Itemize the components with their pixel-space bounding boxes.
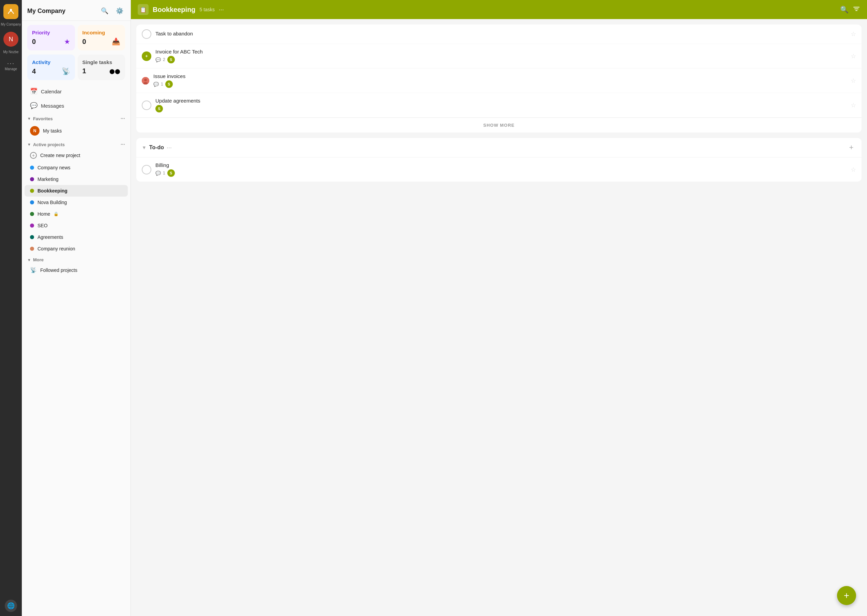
- sidebar-header: My Company 🔍 ⚙️: [22, 0, 131, 21]
- active-projects-options-icon[interactable]: ···: [121, 141, 125, 148]
- sidebar-item-seo[interactable]: SEO: [25, 220, 128, 231]
- favorites-options-icon[interactable]: ···: [121, 115, 125, 122]
- my-nozbe-label: My Nozbe: [3, 50, 19, 54]
- sidebar-item-create-new-project[interactable]: + Create new project: [25, 149, 128, 162]
- priority-card[interactable]: Priority 0 ★: [27, 25, 75, 50]
- topbar-search-button[interactable]: 🔍: [840, 5, 848, 14]
- single-tasks-card[interactable]: Single tasks 1 ⬤⬤: [78, 55, 126, 80]
- topbar-filter-button[interactable]: [853, 5, 860, 14]
- sidebar-scrollable: 📅 Calendar 💬 Messages ▼ Favorites ··· N …: [22, 84, 131, 616]
- task-content-4: Update agreements S: [156, 98, 847, 112]
- task-title-3: Issue invoices: [153, 73, 847, 79]
- task-meta-3: 💬 1 S: [153, 80, 847, 88]
- activity-card[interactable]: Activity 4 📡: [27, 55, 75, 80]
- agreements-dot: [30, 235, 34, 239]
- incoming-card-footer: 0 📥: [82, 38, 121, 46]
- sidebar-item-home[interactable]: Home 🔒: [25, 208, 128, 220]
- incoming-card[interactable]: Incoming 0 📥: [78, 25, 126, 50]
- svg-point-0: [5, 6, 16, 17]
- icon-bar: My Company N My Nozbe ··· Manage 🌐: [0, 0, 22, 616]
- priority-card-label: Priority: [32, 30, 70, 35]
- activity-card-icon: 📡: [62, 67, 70, 75]
- task-star-3[interactable]: ☆: [851, 77, 856, 85]
- sidebar-item-my-tasks[interactable]: N My tasks: [25, 123, 128, 139]
- main-task-content: Task to abandon ☆ + Invoice for ABC Tech…: [131, 19, 867, 616]
- active-projects-label: Active projects: [33, 142, 65, 147]
- manage-button[interactable]: ··· Manage: [5, 59, 17, 71]
- task-item-issue-invoices[interactable]: Issue invoices 💬 1 S ☆: [136, 69, 862, 93]
- sidebar-item-calendar[interactable]: 📅 Calendar: [25, 84, 128, 99]
- todo-group-add-button[interactable]: +: [847, 143, 856, 152]
- task-star-4[interactable]: ☆: [851, 102, 856, 109]
- active-projects-section-header: ▼ Active projects ···: [22, 139, 131, 149]
- sidebar-search-button[interactable]: 🔍: [99, 5, 110, 16]
- comment-count-2: 2: [163, 57, 165, 62]
- sidebar-item-company-reunion[interactable]: Company reunion: [25, 243, 128, 255]
- task-star-1[interactable]: ☆: [851, 30, 856, 38]
- task-checkbox-1[interactable]: [142, 29, 151, 39]
- sidebar-item-company-news[interactable]: Company news: [25, 162, 128, 173]
- comment-count-5: 1: [163, 171, 165, 176]
- single-tasks-card-footer: 1 ⬤⬤: [82, 67, 121, 75]
- sidebar-item-agreements[interactable]: Agreements: [25, 231, 128, 243]
- globe-icon[interactable]: 🌐: [5, 600, 17, 612]
- task-avatar-3: [142, 77, 149, 85]
- task-checkbox-5[interactable]: [142, 165, 151, 174]
- sidebar-header-icons: 🔍 ⚙️: [99, 5, 125, 16]
- fab-add-button[interactable]: +: [837, 586, 856, 605]
- task-title-2: Invoice for ABC Tech: [156, 49, 847, 55]
- task-add-icon-2[interactable]: +: [142, 52, 151, 61]
- calendar-label: Calendar: [41, 89, 62, 94]
- manage-label: Manage: [5, 67, 17, 71]
- company-reunion-dot: [30, 247, 34, 251]
- task-meta-2: 💬 2 S: [156, 56, 847, 63]
- task-item-billing[interactable]: Billing 💬 1 S ☆: [136, 157, 862, 182]
- todo-arrow-icon: ▼: [142, 145, 146, 150]
- topbar-project-emoji: 📋: [140, 6, 146, 13]
- comment-icon-5: 💬: [156, 171, 161, 176]
- seo-label: SEO: [38, 223, 48, 228]
- task-title-1: Task to abandon: [156, 31, 847, 36]
- calendar-icon: 📅: [30, 88, 38, 95]
- svg-point-6: [144, 79, 147, 81]
- sidebar-item-bookkeeping[interactable]: Bookkeeping: [25, 185, 128, 196]
- task-item-update-agreements[interactable]: Update agreements S ☆: [136, 93, 862, 118]
- todo-group-options-icon[interactable]: ···: [167, 144, 172, 151]
- todo-group-header: ▼ To-do ··· +: [136, 138, 862, 157]
- priority-card-count: 0: [32, 38, 36, 46]
- task-checkbox-4[interactable]: [142, 101, 151, 110]
- incoming-card-count: 0: [82, 38, 86, 46]
- incoming-card-label: Incoming: [82, 30, 121, 35]
- sidebar-item-followed-projects[interactable]: 📡 Followed projects: [25, 264, 128, 276]
- my-tasks-avatar: N: [30, 126, 39, 135]
- marketing-label: Marketing: [38, 176, 58, 182]
- sidebar-item-nova-building[interactable]: Nova Building: [25, 196, 128, 208]
- task-meta-5: 💬 1 S: [156, 169, 847, 177]
- app-logo[interactable]: [3, 4, 19, 19]
- main-content: 📋 Bookkeeping 5 tasks ··· 🔍 Task to aban…: [131, 0, 867, 616]
- task-star-2[interactable]: ☆: [851, 52, 856, 60]
- task-content-3: Issue invoices 💬 1 S: [153, 73, 847, 88]
- sidebar-item-marketing[interactable]: Marketing: [25, 173, 128, 185]
- show-more-button[interactable]: SHOW MORE: [136, 118, 862, 132]
- marketing-dot: [30, 177, 34, 181]
- my-tasks-label: My tasks: [43, 128, 62, 134]
- favorites-arrow-icon: ▼: [27, 116, 31, 121]
- topbar-options-button[interactable]: ···: [219, 6, 224, 13]
- task-meta-4: S: [156, 105, 847, 112]
- todo-group-title: To-do: [149, 145, 164, 151]
- task-item-invoice-abc-tech[interactable]: + Invoice for ABC Tech 💬 2 S ☆: [136, 44, 862, 69]
- task-title-5: Billing: [156, 162, 847, 168]
- followed-projects-label: Followed projects: [40, 267, 77, 273]
- user-avatar-icon[interactable]: N: [3, 32, 19, 47]
- task-item-task-to-abandon[interactable]: Task to abandon ☆: [136, 25, 862, 44]
- svg-rect-2: [853, 7, 859, 8]
- messages-label: Messages: [41, 103, 64, 109]
- single-tasks-card-icon: ⬤⬤: [109, 69, 120, 74]
- task-s-badge-5: S: [167, 169, 175, 177]
- task-content-2: Invoice for ABC Tech 💬 2 S: [156, 49, 847, 63]
- sidebar-settings-button[interactable]: ⚙️: [114, 5, 125, 16]
- sidebar-item-messages[interactable]: 💬 Messages: [25, 99, 128, 113]
- comment-icon-3: 💬: [153, 82, 159, 87]
- task-star-5[interactable]: ☆: [851, 166, 856, 173]
